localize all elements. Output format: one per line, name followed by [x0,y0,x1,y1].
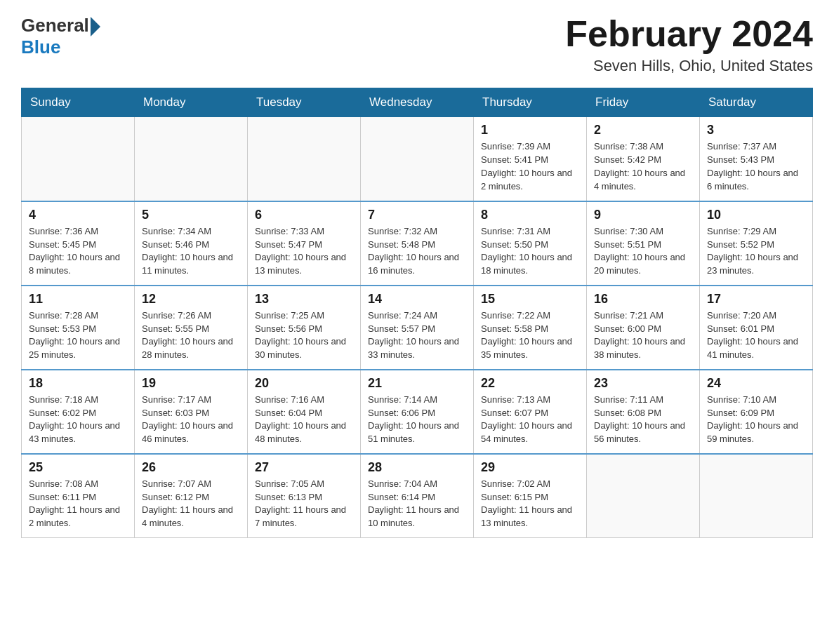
calendar-day-cell: 14Sunrise: 7:24 AMSunset: 5:57 PMDayligh… [361,286,474,370]
logo: General Blue [21,14,100,58]
day-info: Sunrise: 7:04 AMSunset: 6:14 PMDaylight:… [368,478,466,530]
calendar-day-cell: 5Sunrise: 7:34 AMSunset: 5:46 PMDaylight… [135,201,248,286]
day-number: 4 [29,208,127,222]
day-info: Sunrise: 7:34 AMSunset: 5:46 PMDaylight:… [142,225,240,278]
day-number: 29 [481,460,579,475]
calendar-day-cell [587,454,700,538]
day-info: Sunrise: 7:28 AMSunset: 5:53 PMDaylight:… [29,309,127,362]
calendar-week-row: 25Sunrise: 7:08 AMSunset: 6:11 PMDayligh… [22,454,813,538]
day-number: 19 [142,376,240,391]
day-info: Sunrise: 7:30 AMSunset: 5:51 PMDaylight:… [594,225,692,278]
day-number: 21 [368,376,466,391]
calendar-day-cell: 29Sunrise: 7:02 AMSunset: 6:15 PMDayligh… [474,454,587,538]
day-number: 9 [594,208,692,222]
calendar-day-cell [700,454,813,538]
day-info: Sunrise: 7:37 AMSunset: 5:43 PMDaylight:… [707,140,805,193]
day-info: Sunrise: 7:33 AMSunset: 5:47 PMDaylight:… [255,225,353,278]
day-number: 18 [29,376,127,391]
day-number: 17 [707,292,805,307]
day-number: 6 [255,208,353,222]
calendar-day-cell: 17Sunrise: 7:20 AMSunset: 6:01 PMDayligh… [700,286,813,370]
day-of-week-header: Wednesday [361,88,474,117]
calendar-day-cell: 20Sunrise: 7:16 AMSunset: 6:04 PMDayligh… [248,370,361,454]
calendar-week-row: 11Sunrise: 7:28 AMSunset: 5:53 PMDayligh… [22,286,813,370]
day-number: 27 [255,460,353,475]
day-number: 11 [29,292,127,307]
calendar-day-cell: 13Sunrise: 7:25 AMSunset: 5:56 PMDayligh… [248,286,361,370]
location-subtitle: Seven Hills, Ohio, United States [565,57,813,75]
day-number: 16 [594,292,692,307]
day-number: 22 [481,376,579,391]
calendar-day-cell: 21Sunrise: 7:14 AMSunset: 6:06 PMDayligh… [361,370,474,454]
day-info: Sunrise: 7:10 AMSunset: 6:09 PMDaylight:… [707,394,805,446]
logo-blue-text: Blue [21,36,60,58]
day-info: Sunrise: 7:39 AMSunset: 5:41 PMDaylight:… [481,140,579,193]
calendar-day-cell [248,117,361,201]
calendar-week-row: 1Sunrise: 7:39 AMSunset: 5:41 PMDaylight… [22,117,813,201]
day-info: Sunrise: 7:08 AMSunset: 6:11 PMDaylight:… [29,478,127,530]
day-info: Sunrise: 7:14 AMSunset: 6:06 PMDaylight:… [368,394,466,446]
day-info: Sunrise: 7:07 AMSunset: 6:12 PMDaylight:… [142,478,240,530]
calendar-day-cell [135,117,248,201]
calendar-day-cell: 15Sunrise: 7:22 AMSunset: 5:58 PMDayligh… [474,286,587,370]
day-info: Sunrise: 7:11 AMSunset: 6:08 PMDaylight:… [594,394,692,446]
calendar-day-cell: 22Sunrise: 7:13 AMSunset: 6:07 PMDayligh… [474,370,587,454]
day-info: Sunrise: 7:17 AMSunset: 6:03 PMDaylight:… [142,394,240,446]
calendar-day-cell: 28Sunrise: 7:04 AMSunset: 6:14 PMDayligh… [361,454,474,538]
calendar-day-cell: 16Sunrise: 7:21 AMSunset: 6:00 PMDayligh… [587,286,700,370]
day-of-week-header: Tuesday [248,88,361,117]
calendar-day-cell: 6Sunrise: 7:33 AMSunset: 5:47 PMDaylight… [248,201,361,286]
day-info: Sunrise: 7:32 AMSunset: 5:48 PMDaylight:… [368,225,466,278]
day-of-week-header: Saturday [700,88,813,117]
day-number: 25 [29,460,127,475]
calendar-header-row: SundayMondayTuesdayWednesdayThursdayFrid… [22,88,813,117]
day-info: Sunrise: 7:02 AMSunset: 6:15 PMDaylight:… [481,478,579,530]
page-header: General Blue February 2024 Seven Hills, … [21,14,813,75]
day-info: Sunrise: 7:22 AMSunset: 5:58 PMDaylight:… [481,309,579,362]
day-info: Sunrise: 7:38 AMSunset: 5:42 PMDaylight:… [594,140,692,193]
calendar-day-cell: 8Sunrise: 7:31 AMSunset: 5:50 PMDaylight… [474,201,587,286]
calendar-day-cell: 25Sunrise: 7:08 AMSunset: 6:11 PMDayligh… [22,454,135,538]
day-info: Sunrise: 7:24 AMSunset: 5:57 PMDaylight:… [368,309,466,362]
day-info: Sunrise: 7:31 AMSunset: 5:50 PMDaylight:… [481,225,579,278]
day-info: Sunrise: 7:26 AMSunset: 5:55 PMDaylight:… [142,309,240,362]
logo-general-text: General [21,15,89,36]
day-info: Sunrise: 7:18 AMSunset: 6:02 PMDaylight:… [29,394,127,446]
day-number: 20 [255,376,353,391]
logo-arrow-icon [91,17,100,36]
day-number: 24 [707,376,805,391]
calendar-day-cell: 10Sunrise: 7:29 AMSunset: 5:52 PMDayligh… [700,201,813,286]
day-number: 12 [142,292,240,307]
day-number: 7 [368,208,466,222]
day-info: Sunrise: 7:36 AMSunset: 5:45 PMDaylight:… [29,225,127,278]
calendar-week-row: 4Sunrise: 7:36 AMSunset: 5:45 PMDaylight… [22,201,813,286]
calendar-day-cell: 7Sunrise: 7:32 AMSunset: 5:48 PMDaylight… [361,201,474,286]
day-of-week-header: Friday [587,88,700,117]
day-number: 1 [481,123,579,137]
day-info: Sunrise: 7:16 AMSunset: 6:04 PMDaylight:… [255,394,353,446]
day-info: Sunrise: 7:13 AMSunset: 6:07 PMDaylight:… [481,394,579,446]
day-of-week-header: Monday [135,88,248,117]
calendar-day-cell: 11Sunrise: 7:28 AMSunset: 5:53 PMDayligh… [22,286,135,370]
day-info: Sunrise: 7:25 AMSunset: 5:56 PMDaylight:… [255,309,353,362]
day-number: 8 [481,208,579,222]
day-number: 14 [368,292,466,307]
day-number: 23 [594,376,692,391]
day-number: 3 [707,123,805,137]
calendar-day-cell: 1Sunrise: 7:39 AMSunset: 5:41 PMDaylight… [474,117,587,201]
calendar-day-cell: 9Sunrise: 7:30 AMSunset: 5:51 PMDaylight… [587,201,700,286]
day-of-week-header: Sunday [22,88,135,117]
day-of-week-header: Thursday [474,88,587,117]
calendar-day-cell: 24Sunrise: 7:10 AMSunset: 6:09 PMDayligh… [700,370,813,454]
day-number: 28 [368,460,466,475]
calendar-day-cell: 3Sunrise: 7:37 AMSunset: 5:43 PMDaylight… [700,117,813,201]
calendar-day-cell: 4Sunrise: 7:36 AMSunset: 5:45 PMDaylight… [22,201,135,286]
calendar-day-cell: 23Sunrise: 7:11 AMSunset: 6:08 PMDayligh… [587,370,700,454]
calendar-day-cell: 12Sunrise: 7:26 AMSunset: 5:55 PMDayligh… [135,286,248,370]
calendar-day-cell: 2Sunrise: 7:38 AMSunset: 5:42 PMDaylight… [587,117,700,201]
calendar-day-cell: 26Sunrise: 7:07 AMSunset: 6:12 PMDayligh… [135,454,248,538]
day-number: 5 [142,208,240,222]
calendar-table: SundayMondayTuesdayWednesdayThursdayFrid… [21,88,813,538]
day-number: 2 [594,123,692,137]
day-info: Sunrise: 7:29 AMSunset: 5:52 PMDaylight:… [707,225,805,278]
